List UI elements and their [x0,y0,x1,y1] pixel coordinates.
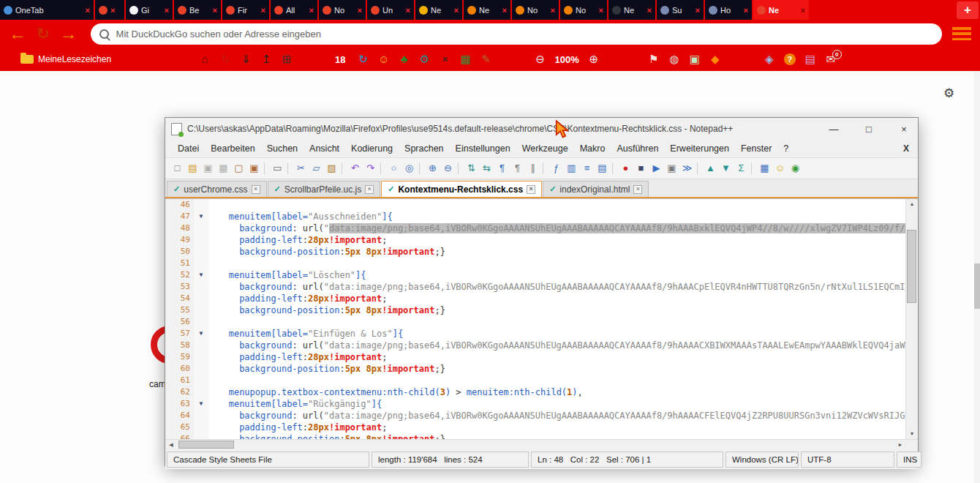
menu-item[interactable]: Sprachen [399,142,449,155]
browser-tab[interactable]: Fir× [222,0,269,20]
tab-close-icon[interactable]: × [696,6,700,15]
browser-tab[interactable]: Ne× [464,0,510,20]
forward-button[interactable]: → [60,23,78,45]
browser-tab[interactable]: Ho× [705,0,752,20]
tab-close-icon[interactable]: × [213,6,217,15]
save-all-icon[interactable]: ▦ [216,161,231,176]
new-file-icon[interactable]: □ [170,161,185,176]
function-list-icon[interactable]: ƒ [549,161,564,176]
tab-close-icon[interactable]: × [309,6,314,15]
browser-tab[interactable]: Ne× [753,0,809,20]
sync-scroll-v-icon[interactable]: ⇅ [464,161,479,176]
open-file-icon[interactable]: ▤ [185,161,200,176]
menu-item[interactable]: Bearbeiten [206,142,260,155]
fold-collapse-icon[interactable]: ▼ [194,269,208,281]
editor-hscrollbar[interactable]: ◀ ► [165,439,918,450]
show-all-chars-icon[interactable]: ¶ [510,161,525,176]
tab-close-icon[interactable]: × [647,6,652,15]
close-button[interactable]: × [893,124,915,135]
tree-icon[interactable]: ♣ [399,53,410,65]
download-icon[interactable]: ⇓ [240,53,252,65]
menu-item[interactable]: Makro [575,142,611,155]
tab-close-icon[interactable]: × [358,6,362,15]
url-bar[interactable]: Mit DuckDuckGo suchen oder Adresse einge… [91,23,942,45]
reload-button[interactable]: ↻ [37,23,50,45]
reload-bookmark-icon[interactable]: ↻ [219,53,231,65]
menu-item[interactable]: ? [778,142,794,155]
scroll-right-icon[interactable]: ► [894,440,906,450]
close-file-icon[interactable]: ▢ [231,161,246,176]
menu-close-button[interactable]: X [903,143,911,154]
tab-close-icon[interactable]: × [406,6,410,15]
compare-plugin-icon[interactable]: ◉ [788,161,803,176]
tab-close-icon[interactable]: × [801,6,805,15]
tab-close-icon[interactable]: × [744,6,748,15]
fold-collapse-icon[interactable]: ▼ [194,328,208,340]
menu-item[interactable]: Suchen [262,142,303,155]
tab-close-icon[interactable]: × [599,6,603,15]
menu-item[interactable]: Kodierung [346,142,398,155]
tab-close-icon[interactable]: × [454,6,459,15]
close-box-icon[interactable]: × [440,53,451,65]
zoom-out-icon[interactable]: ⊖ [440,161,456,176]
minimize-button[interactable]: — [823,124,845,135]
scroll-left-icon[interactable]: ◀ [165,440,177,450]
macro-record-icon[interactable]: ● [618,161,633,176]
doc-tab[interactable]: ✓indexOriginal.html× [543,181,649,197]
browser-tab[interactable]: All× [271,0,317,20]
tab-close-icon[interactable]: × [261,6,265,15]
doc-tab-close-icon[interactable]: × [527,185,535,194]
indent-guides-icon[interactable]: ∥ [525,161,540,176]
menu-item[interactable]: Fenster [736,142,777,155]
fold-collapse-icon[interactable]: ▼ [194,398,208,410]
redo-icon[interactable]: ↷ [363,161,378,176]
menu-item[interactable]: Ansicht [304,142,344,155]
sort-descending-icon[interactable]: ▼ [718,161,734,176]
browser-tab[interactable]: No× [512,0,559,20]
cut-icon[interactable]: ✂ [293,161,309,176]
npp-title-bar[interactable]: C:\Users\askas\AppData\Roaming\Mozilla\F… [165,118,918,140]
browser-tab[interactable]: Un× [367,0,414,20]
doc-tab[interactable]: ✓Kontextmenu-Rechtsklick.css× [381,181,542,197]
scroll-up-icon[interactable]: ▲ [906,199,918,209]
page-scrollbar-thumb[interactable] [974,263,980,309]
save-icon[interactable]: ▣ [689,53,701,65]
editor-vscrollbar[interactable]: ▲ ▼ [905,199,918,439]
replace-icon[interactable]: ◎ [402,161,417,176]
hscroll-track[interactable] [177,440,894,450]
save-file-icon[interactable]: ▣ [200,161,216,176]
doc-tab-close-icon[interactable]: × [633,185,642,194]
undo-icon[interactable]: ↶ [347,161,363,176]
macro-play-icon[interactable]: ▶ [649,161,664,176]
tab-close-icon[interactable]: × [551,6,555,15]
edit-grid-icon[interactable]: ▦ [757,161,772,176]
grid-icon[interactable]: ⊞ [281,53,293,65]
menu-item[interactable]: Datei [173,142,204,155]
help-icon[interactable]: ? [784,53,796,65]
macro-run-multiple-icon[interactable]: ≫ [679,161,695,176]
tab-close-icon[interactable]: × [502,6,507,15]
gear-icon[interactable]: ⚙ [419,53,431,65]
doc-tab[interactable]: ✓ScrollbarPfeile.uc.js× [268,181,381,197]
back-button[interactable]: ← [9,23,26,45]
find-icon[interactable]: ○ [386,161,402,176]
print-icon[interactable]: ▭ [270,161,285,176]
browser-tab[interactable]: No× [560,0,607,20]
smiley-icon[interactable]: ☺ [378,53,390,65]
browser-tab[interactable]: Gi× [126,0,173,20]
table-icon[interactable]: ▦ [460,53,472,65]
close-all-icon[interactable]: ▣ [246,161,262,176]
tab-close-icon[interactable]: × [110,6,115,15]
browser-tab[interactable]: Ne× [415,0,462,20]
copy-icon[interactable]: ▱ [309,161,324,176]
hscroll-thumb[interactable] [178,441,234,449]
sync-icon[interactable]: ↻ [358,53,369,65]
browser-tab[interactable]: No× [319,0,366,20]
macro-save-icon[interactable]: ▣ [664,161,679,176]
sum-icon[interactable]: Σ [734,161,749,176]
tab-close-icon[interactable]: × [165,6,169,15]
notes-icon[interactable]: ✎ [480,53,492,65]
sort-ascending-icon[interactable]: ▲ [703,161,718,176]
tab-close-icon[interactable]: × [86,6,90,15]
doc-tab-close-icon[interactable]: × [365,185,374,194]
